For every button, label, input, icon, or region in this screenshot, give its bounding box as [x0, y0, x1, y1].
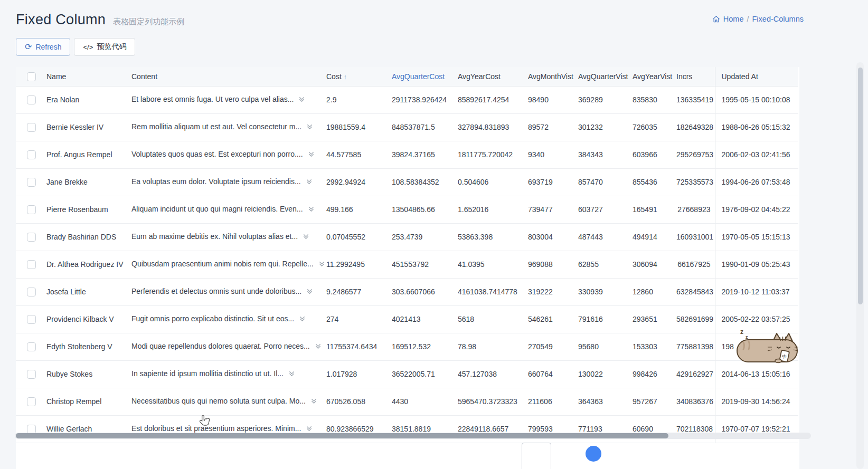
expand-content-icon[interactable] — [308, 151, 315, 159]
cell-updated-at: 1988-06-26 05:15:32 — [715, 113, 798, 141]
cell-cost: 274 — [326, 305, 392, 333]
cell-cost: 11.2992495 — [326, 251, 392, 278]
home-icon — [712, 15, 720, 23]
cell-avgmonthvist: 969088 — [528, 251, 578, 278]
expand-content-icon[interactable] — [310, 398, 317, 406]
refresh-button[interactable]: ⟳ Refresh — [16, 38, 70, 56]
expand-content-icon[interactable] — [288, 370, 295, 379]
cell-avgyearcost: 78.98 — [458, 333, 528, 360]
expand-content-icon[interactable] — [318, 261, 325, 269]
cell-cost: 9.2486577 — [326, 278, 392, 305]
cell-avgyearvist: 835830 — [633, 86, 676, 113]
header-avgquartercost[interactable]: AvgQuarterCost — [392, 67, 458, 86]
cell-updated-at: 2014-06-13 15:05:16 — [715, 360, 798, 388]
row-checkbox[interactable] — [27, 260, 36, 269]
row-select-cell — [16, 168, 46, 196]
row-select-cell — [16, 113, 46, 141]
row-select-cell — [16, 223, 46, 251]
pagination-active-button[interactable] — [586, 446, 601, 462]
cell-cost: 1.017928 — [326, 360, 392, 388]
row-checkbox[interactable] — [27, 95, 36, 104]
cell-avgyearvist: 165491 — [633, 196, 676, 223]
cell-avgyearvist: 293651 — [633, 305, 676, 333]
row-checkbox[interactable] — [27, 370, 36, 379]
row-checkbox[interactable] — [27, 342, 36, 351]
row-checkbox[interactable] — [27, 205, 36, 214]
cell-avgquartervist: 857470 — [578, 168, 633, 196]
header-name[interactable]: Name — [46, 67, 131, 86]
cell-incrs: 160931001 — [676, 223, 715, 251]
cell-name: Pierre Rosenbaum — [46, 196, 131, 223]
cell-updated-at: 1994-06-26 07:53:48 — [715, 168, 798, 196]
cell-incrs: 429162927 — [676, 360, 715, 388]
cell-avgyearvist: 306094 — [633, 251, 676, 278]
header-avgyearvist[interactable]: AvgYearVist — [633, 67, 676, 86]
cell-avgmonthvist: 803004 — [528, 223, 578, 251]
row-checkbox[interactable] — [27, 233, 36, 242]
cell-avgmonthvist: 693719 — [528, 168, 578, 196]
row-select-cell — [16, 333, 46, 360]
cell-content: Eum ab maxime debitis ex. Nihil voluptas… — [131, 223, 326, 251]
row-checkbox[interactable] — [27, 178, 36, 187]
header-avgquartervist[interactable]: AvgQuarterVist — [578, 67, 633, 86]
expand-content-icon[interactable] — [308, 206, 315, 214]
row-checkbox[interactable] — [27, 315, 36, 324]
expand-content-icon[interactable] — [303, 233, 309, 242]
header-avgyearcost[interactable]: AvgYearCost — [458, 67, 528, 86]
header-cost[interactable]: Cost↑ — [326, 67, 392, 86]
cell-avgquartercost: 451553792 — [392, 251, 458, 278]
cell-avgyearcost: 85892617.4254 — [458, 86, 528, 113]
expand-content-icon[interactable] — [306, 123, 313, 132]
cell-updated-at: 2006-02-03 02:41:56 — [715, 141, 798, 168]
cell-content: Et labore est omnis fuga. Ut vero culpa … — [131, 86, 326, 113]
cell-name: Josefa Little — [46, 278, 131, 305]
row-select-cell — [16, 278, 46, 305]
header-updated-at[interactable]: Updated At — [715, 67, 798, 86]
table-row: Rubye StokesIn sapiente id ipsum molliti… — [16, 360, 798, 388]
row-checkbox[interactable] — [27, 123, 36, 132]
preview-code-button[interactable]: </> 预览代码 — [74, 38, 135, 56]
expand-content-icon[interactable] — [306, 178, 313, 187]
breadcrumb-home-link[interactable]: Home — [723, 15, 744, 23]
cell-avgquartercost: 169512.532 — [392, 333, 458, 360]
table-row: Providenci Kilback VFugit omnis porro ex… — [16, 305, 798, 333]
cell-updated-at: 1985 — [715, 333, 798, 360]
table-card: Name Content Cost↑ AvgQuarterCost AvgYea… — [16, 67, 799, 469]
cell-avgmonthvist: 89572 — [528, 113, 578, 141]
cell-avgquartercost: 108.58384352 — [392, 168, 458, 196]
breadcrumb: Home / Fixed-Columns — [712, 15, 804, 23]
cell-cost: 0.07045552 — [326, 223, 392, 251]
header-avgmonthvist[interactable]: AvgMonthVist — [528, 67, 578, 86]
cell-updated-at: 2019-10-12 11:03:37 — [715, 278, 798, 305]
expand-content-icon[interactable] — [299, 315, 306, 324]
header-incrs[interactable]: Incrs — [676, 67, 715, 86]
cell-avgquartercost: 39824.37165 — [392, 141, 458, 168]
cell-avgquartervist: 62855 — [578, 251, 633, 278]
row-checkbox[interactable] — [27, 288, 36, 296]
cell-incrs: 182649328 — [676, 113, 715, 141]
cell-name: Rubye Stokes — [46, 360, 131, 388]
horizontal-scrollbar-thumb[interactable] — [16, 433, 668, 438]
expand-content-icon[interactable] — [306, 288, 313, 296]
select-all-checkbox[interactable] — [27, 72, 36, 81]
cell-avgyearvist: 855436 — [633, 168, 676, 196]
cell-avgyearvist: 957267 — [633, 388, 676, 415]
breadcrumb-current-link[interactable]: Fixed-Columns — [752, 15, 804, 23]
page-size-select[interactable] — [522, 443, 551, 469]
cell-avgyearcost: 5618 — [458, 305, 528, 333]
cell-avgyearvist: 726035 — [633, 113, 676, 141]
cell-updated-at: 1995-05-15 00:10:08 — [715, 86, 798, 113]
header-content[interactable]: Content — [131, 67, 326, 86]
cell-avgmonthvist: 9340 — [528, 141, 578, 168]
row-checkbox[interactable] — [27, 397, 36, 406]
expand-content-icon[interactable] — [315, 343, 322, 351]
expand-content-icon[interactable] — [298, 96, 305, 104]
cell-avgyearvist: 494914 — [633, 223, 676, 251]
cell-avgquartervist: 369289 — [578, 86, 633, 113]
table-row: Edyth Stoltenberg VModi quae repellendus… — [16, 333, 798, 360]
vertical-scrollbar-thumb[interactable] — [858, 68, 863, 304]
cell-avgyearcost: 457.127038 — [458, 360, 528, 388]
cell-avgmonthvist: 211606 — [528, 388, 578, 415]
select-all-header — [16, 67, 46, 86]
row-checkbox[interactable] — [27, 150, 36, 159]
